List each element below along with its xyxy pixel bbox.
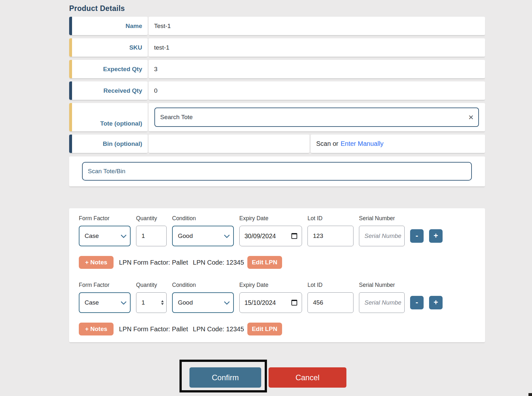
decrement-button[interactable]: - xyxy=(410,296,424,309)
accent-bar xyxy=(69,103,72,131)
detail-row-tote: Tote (optional) ✕ xyxy=(69,103,485,131)
received-qty-label: Received Qty xyxy=(104,87,142,94)
bin-scan-cell: Scan or Enter Manually xyxy=(311,135,485,153)
received-qty-value: 0 xyxy=(149,81,485,100)
form-factor-label: Form Factor xyxy=(79,282,131,288)
expiry-date-label: Expiry Date xyxy=(239,215,302,222)
bin-input-cell xyxy=(149,135,309,153)
accent-bar xyxy=(69,135,72,153)
item-1-controls: Case Good 30/09/2024 - + xyxy=(79,226,485,246)
decrement-button[interactable]: - xyxy=(410,229,424,243)
accent-bar xyxy=(69,81,72,100)
receiving-screen: Product Details Name Test-1 SKU test-1 E… xyxy=(0,0,532,396)
tote-label-cell: Tote (optional) xyxy=(69,103,148,131)
form-factor-select[interactable]: Case xyxy=(79,292,131,313)
condition-select[interactable]: Good xyxy=(172,226,234,246)
serial-number-input[interactable] xyxy=(359,292,405,313)
add-notes-button[interactable]: + Notes xyxy=(79,256,114,269)
expected-qty-label: Expected Qty xyxy=(103,66,142,73)
bin-scan-text: Scan or xyxy=(316,140,338,147)
quantity-input[interactable] xyxy=(136,226,167,246)
expiry-date-input[interactable]: 15/10/2024 xyxy=(239,292,302,313)
accent-bar xyxy=(69,38,72,57)
condition-value: Good xyxy=(178,232,193,240)
calendar-icon xyxy=(291,300,297,306)
chevron-down-icon xyxy=(224,299,230,305)
name-value: Test-1 xyxy=(149,17,485,35)
chevron-down-icon xyxy=(224,232,230,238)
confirm-button[interactable]: Confirm xyxy=(189,367,261,388)
item-row-2: Form Factor Quantity Condition Expiry Da… xyxy=(79,282,485,335)
sku-value: test-1 xyxy=(149,38,485,57)
increment-button[interactable]: + xyxy=(429,229,443,243)
detail-row-sku: SKU test-1 xyxy=(69,38,485,57)
condition-label: Condition xyxy=(172,215,234,222)
quantity-label: Quantity xyxy=(136,215,167,222)
tote-search-input[interactable] xyxy=(154,108,479,127)
bin-input[interactable] xyxy=(149,135,309,153)
edit-lpn-button[interactable]: Edit LPN xyxy=(247,323,282,335)
lpn-code-text: LPN Code: 12345 xyxy=(193,325,244,333)
scan-tote-bin-input[interactable] xyxy=(82,162,472,181)
clear-icon[interactable]: ✕ xyxy=(468,114,474,121)
item-row-1: Form Factor Quantity Condition Expiry Da… xyxy=(79,215,485,269)
item-2-controls: Case Good 15/10/2024 xyxy=(79,292,485,313)
quantity-field-wrap xyxy=(136,292,167,313)
name-label: Name xyxy=(125,23,142,30)
lot-id-input[interactable] xyxy=(307,226,353,246)
enter-manually-link[interactable]: Enter Manually xyxy=(341,140,383,147)
sku-label-cell: SKU xyxy=(69,38,148,57)
page-title: Product Details xyxy=(69,4,125,13)
received-qty-label-cell: Received Qty xyxy=(69,81,148,100)
detail-row-bin: Bin (optional) Scan or Enter Manually xyxy=(69,135,485,153)
stepper-down-icon[interactable] xyxy=(161,303,164,305)
condition-value: Good xyxy=(178,299,193,306)
detail-row-received-qty: Received Qty 0 xyxy=(69,81,485,100)
expiry-date-value: 15/10/2024 xyxy=(244,299,276,306)
calendar-icon xyxy=(291,233,297,239)
form-factor-value: Case xyxy=(85,299,99,306)
scan-tote-bin-row xyxy=(69,156,485,186)
tote-search-wrap: ✕ xyxy=(154,108,479,127)
increment-button[interactable]: + xyxy=(429,296,443,309)
bin-label: Bin (optional) xyxy=(103,140,142,147)
quantity-stepper[interactable] xyxy=(161,300,164,305)
expiry-date-input[interactable]: 30/09/2024 xyxy=(239,226,302,246)
chevron-down-icon xyxy=(121,299,126,305)
expiry-date-value: 30/09/2024 xyxy=(244,232,276,240)
chevron-down-icon xyxy=(121,232,126,238)
accent-bar xyxy=(69,17,72,35)
serial-number-input[interactable] xyxy=(359,226,405,246)
item-2-column-labels: Form Factor Quantity Condition Expiry Da… xyxy=(79,282,485,288)
edit-lpn-button[interactable]: Edit LPN xyxy=(247,256,282,269)
lot-id-label: Lot ID xyxy=(307,215,353,222)
form-factor-label: Form Factor xyxy=(79,215,131,222)
name-label-cell: Name xyxy=(69,17,148,35)
tote-label: Tote (optional) xyxy=(100,120,142,127)
screen-corner-mark xyxy=(528,393,532,396)
lot-id-input[interactable] xyxy=(307,292,353,313)
lpn-code-text: LPN Code: 12345 xyxy=(193,259,244,266)
bin-label-cell: Bin (optional) xyxy=(69,135,148,153)
item-2-lpn-row: + Notes LPN Form Factor: Pallet LPN Code… xyxy=(79,323,485,335)
items-panel: Form Factor Quantity Condition Expiry Da… xyxy=(69,208,485,342)
sku-label: SKU xyxy=(129,44,142,51)
quantity-label: Quantity xyxy=(136,282,167,288)
add-notes-button[interactable]: + Notes xyxy=(79,323,114,335)
detail-row-name: Name Test-1 xyxy=(69,17,485,35)
serial-number-label: Serial Number xyxy=(359,215,405,222)
condition-select[interactable]: Good xyxy=(172,292,234,313)
lpn-form-factor-text: LPN Form Factor: Pallet xyxy=(119,325,188,333)
expected-qty-label-cell: Expected Qty xyxy=(69,60,148,78)
lpn-form-factor-text: LPN Form Factor: Pallet xyxy=(119,259,188,266)
expected-qty-value: 3 xyxy=(149,60,485,78)
condition-label: Condition xyxy=(172,282,234,288)
detail-row-expected-qty: Expected Qty 3 xyxy=(69,60,485,78)
tote-value-cell: ✕ xyxy=(149,103,485,131)
lot-id-label: Lot ID xyxy=(307,282,353,288)
form-factor-select[interactable]: Case xyxy=(79,226,131,246)
quantity-field-wrap xyxy=(136,226,167,246)
stepper-up-icon[interactable] xyxy=(161,300,164,302)
cancel-button[interactable]: Cancel xyxy=(269,367,346,388)
serial-number-label: Serial Number xyxy=(359,282,405,288)
